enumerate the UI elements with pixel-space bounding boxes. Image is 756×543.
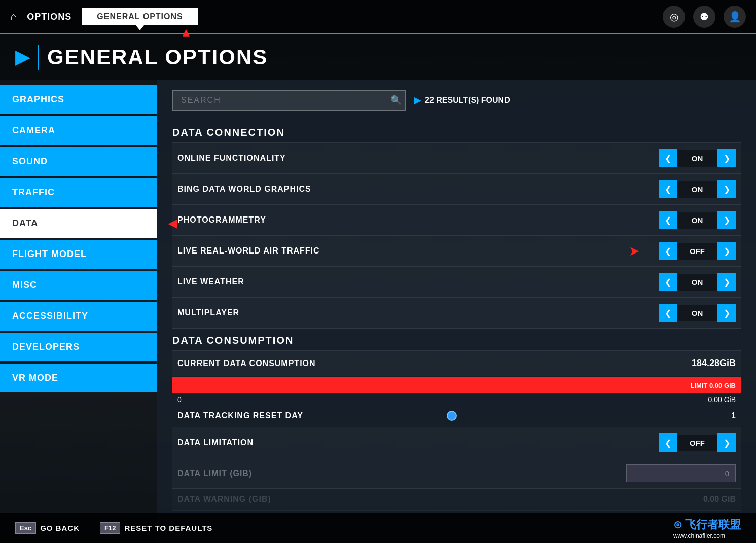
tab-arrow-annotation: ▼ [180, 26, 192, 41]
go-back-key-group[interactable]: Esc GO BACK [15, 522, 80, 534]
bottom-bar: Esc GO BACK F12 RESET TO DEFAULTS ⊙ 飞行者联… [0, 513, 756, 543]
online-functionality-label: ONLINE FUNCTIONALITY [177, 154, 659, 163]
setting-row-photogrammetry: PHOTOGRAMMETRY ❮ ON ❯ [172, 205, 741, 236]
data-warning-gib-row: DATA WARNING (GIB) 0.00 GiB [172, 489, 741, 511]
sidebar-item-misc[interactable]: MISC [0, 271, 157, 300]
title-chevron-icon: ▶ [15, 47, 29, 68]
progress-bar-range: 0 0.00 GiB [172, 394, 741, 405]
content-area: GRAPHICS CAMERA SOUND TRAFFIC DATA ◀ FLI… [0, 80, 756, 543]
results-found: ▶ 22 RESULT(S) FOUND [414, 95, 510, 106]
group-icon[interactable]: ⚉ [693, 6, 715, 28]
live-real-world-traffic-left-btn[interactable]: ❮ [659, 242, 677, 260]
setting-row-multiplayer: MULTIPLAYER ❮ ON ❯ [172, 298, 741, 329]
main-content: ▶ GENERAL OPTIONS GRAPHICS CAMERA SOUND … [0, 34, 756, 543]
current-data-consumption-value: 184.28GiB [692, 358, 736, 369]
reset-key-group[interactable]: F12 RESET TO DEFAULTS [100, 522, 212, 534]
data-limitation-right-btn[interactable]: ❯ [717, 433, 736, 452]
multiplayer-control: ❮ ON ❯ [659, 304, 736, 322]
data-tracking-reset-day-label: DATA TRACKING RESET DAY [177, 411, 447, 420]
data-warning-gib-value: 0.00 GiB [703, 495, 736, 504]
watermark: ⊙ 飞行者联盟 www.chinaflier.com [673, 517, 741, 539]
options-label: OPTIONS [27, 12, 71, 22]
data-progress-bar-limit-label: LIMIT 0.00 GiB [690, 382, 736, 389]
results-chevron-icon: ▶ [414, 95, 421, 106]
live-weather-label: LIVE WEATHER [177, 277, 659, 286]
search-icon[interactable]: 🔍 [390, 95, 402, 106]
multiplayer-label: MULTIPLAYER [177, 308, 659, 317]
bing-data-right-btn[interactable]: ❯ [717, 180, 736, 198]
data-limitation-control: ❮ OFF ❯ [659, 433, 736, 452]
sidebar-item-traffic[interactable]: TRAFFIC [0, 178, 157, 207]
progress-min: 0 [177, 395, 182, 404]
data-limitation-left-btn[interactable]: ❮ [659, 433, 677, 452]
data-progress-bar-container: LIMIT 0.00 GiB [172, 377, 741, 393]
online-functionality-right-btn[interactable]: ❯ [717, 149, 736, 167]
search-input[interactable] [172, 90, 406, 111]
live-real-world-traffic-right-btn[interactable]: ❯ [717, 242, 736, 260]
home-icon[interactable]: ⌂ [10, 10, 17, 23]
data-limitation-value: OFF [677, 435, 717, 451]
photogrammetry-label: PHOTOGRAMMETRY [177, 215, 659, 225]
multiplayer-value: ON [677, 305, 717, 321]
data-tracking-slider-thumb[interactable] [447, 411, 457, 421]
reset-label: RESET TO DEFAULTS [124, 524, 212, 532]
data-limit-gib-row: DATA LIMIT (GIB) [172, 458, 741, 489]
multiplayer-right-btn[interactable]: ❯ [717, 304, 736, 322]
sidebar-item-developers[interactable]: DEVELOPERS [0, 333, 157, 361]
sidebar-item-graphics[interactable]: GRAPHICS [0, 85, 157, 114]
f12-key-badge: F12 [100, 522, 120, 534]
data-connection-header: DATA CONNECTION [172, 121, 741, 143]
target-icon[interactable]: ◎ [663, 6, 685, 28]
live-real-world-traffic-label: LIVE REAL-WORLD AIR TRAFFIC [177, 246, 659, 256]
live-weather-left-btn[interactable]: ❮ [659, 273, 677, 291]
bing-data-value: ON [677, 181, 717, 198]
data-limit-gib-input[interactable] [626, 464, 736, 482]
photogrammetry-left-btn[interactable]: ❮ [659, 211, 677, 229]
right-panel: 🔍 ▶ 22 RESULT(S) FOUND DATA CONNECTION O… [157, 80, 756, 543]
esc-key-badge: Esc [15, 522, 36, 534]
online-functionality-value: ON [677, 150, 717, 167]
live-weather-right-btn[interactable]: ❯ [717, 273, 736, 291]
current-data-consumption-row: CURRENT DATA CONSUMPTION 184.28GiB [172, 351, 741, 376]
page-title-bar: ▶ GENERAL OPTIONS [0, 34, 756, 80]
sidebar-item-flight-model[interactable]: FLIGHT MODEL [0, 240, 157, 269]
sidebar-item-data[interactable]: DATA ◀ [0, 209, 157, 238]
data-limit-gib-label: DATA LIMIT (GIB) [177, 469, 626, 478]
nav-right-icons: ◎ ⚉ 👤 [663, 6, 746, 28]
search-input-wrap: 🔍 [172, 90, 406, 111]
online-functionality-control: ❮ ON ❯ [659, 149, 736, 167]
data-progress-bar-fill [172, 377, 741, 393]
data-arrow-annotation: ◀ [168, 217, 177, 230]
sidebar-item-sound[interactable]: SOUND [0, 147, 157, 176]
title-divider [38, 45, 39, 70]
live-weather-control: ❮ ON ❯ [659, 273, 736, 291]
live-real-world-traffic-control: ❮ OFF ❯ [659, 242, 736, 260]
online-functionality-left-btn[interactable]: ❮ [659, 149, 677, 167]
setting-row-data-limitation: DATA LIMITATION ❮ OFF ❯ [172, 427, 741, 458]
current-data-consumption-label: CURRENT DATA CONSUMPTION [177, 359, 692, 368]
setting-row-bing-data: BING DATA WORLD GRAPHICS ❮ ON ❯ [172, 174, 741, 205]
data-consumption-header: DATA CONSUMPTION [172, 329, 741, 351]
search-container: 🔍 ▶ 22 RESULT(S) FOUND [172, 90, 741, 111]
bing-data-control: ❮ ON ❯ [659, 180, 736, 198]
bing-data-left-btn[interactable]: ❮ [659, 180, 677, 198]
sidebar-item-vr-mode[interactable]: VR MODE [0, 364, 157, 392]
photogrammetry-control: ❮ ON ❯ [659, 211, 736, 229]
data-warning-gib-label: DATA WARNING (GIB) [177, 495, 703, 504]
sidebar-item-camera[interactable]: CAMERA [0, 116, 157, 145]
photogrammetry-right-btn[interactable]: ❯ [717, 211, 736, 229]
general-options-tab[interactable]: GENERAL OPTIONS [82, 8, 198, 25]
multiplayer-left-btn[interactable]: ❮ [659, 304, 677, 322]
live-real-world-traffic-value: OFF [677, 243, 717, 260]
go-back-label: GO BACK [40, 524, 80, 532]
watermark-logo: ⊙ 飞行者联盟 [673, 517, 741, 532]
data-limitation-label: DATA LIMITATION [177, 438, 659, 447]
data-tracking-reset-day-value: 1 [715, 411, 736, 420]
sidebar-item-accessibility[interactable]: ACCESSIBILITY [0, 302, 157, 331]
sidebar: GRAPHICS CAMERA SOUND TRAFFIC DATA ◀ FLI… [0, 80, 157, 543]
user-icon[interactable]: 👤 [724, 6, 746, 28]
setting-row-online-functionality: ONLINE FUNCTIONALITY ❮ ON ❯ [172, 143, 741, 174]
live-weather-value: ON [677, 274, 717, 291]
page-title: GENERAL OPTIONS [47, 45, 268, 69]
progress-max: 0.00 GiB [708, 395, 736, 404]
